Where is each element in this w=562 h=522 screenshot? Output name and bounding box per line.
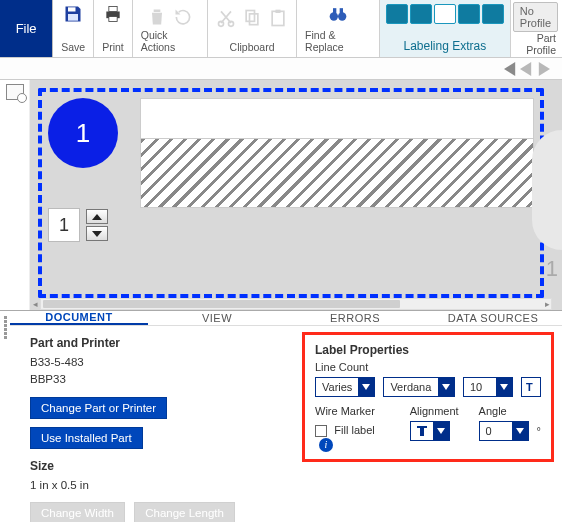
label-wrap-area bbox=[140, 138, 534, 208]
save-icon[interactable] bbox=[63, 4, 83, 24]
extras-btn-5[interactable] bbox=[482, 4, 504, 24]
paste-icon[interactable] bbox=[268, 8, 288, 28]
profile-group: No Profile Part Profile bbox=[511, 0, 562, 57]
label-properties-panel: Label Properties Line Count Varies Verda… bbox=[302, 332, 554, 462]
nav-prev2-icon[interactable] bbox=[520, 62, 534, 76]
scroll-right-icon[interactable]: ▸ bbox=[541, 299, 553, 309]
panel-drag-handle[interactable] bbox=[0, 311, 10, 520]
svg-point-12 bbox=[330, 12, 338, 20]
save-label: Save bbox=[61, 41, 85, 53]
stepper-value[interactable]: 1 bbox=[48, 208, 80, 242]
copy-icon[interactable] bbox=[242, 8, 262, 28]
next-label-number: 1 bbox=[546, 256, 558, 282]
text-icon: T bbox=[525, 381, 537, 393]
extras-btn-3[interactable] bbox=[434, 4, 456, 24]
svg-rect-10 bbox=[272, 11, 284, 25]
alignment-dropdown[interactable] bbox=[410, 421, 450, 441]
svg-rect-1 bbox=[68, 14, 78, 21]
clipboard-group: Clipboard bbox=[208, 0, 297, 57]
info-icon[interactable]: i bbox=[319, 438, 333, 452]
print-icon[interactable] bbox=[103, 4, 123, 24]
tab-document[interactable]: DOCUMENT bbox=[10, 311, 148, 325]
tab-data-sources[interactable]: DATA SOURCES bbox=[424, 311, 562, 325]
refresh-icon[interactable] bbox=[173, 7, 193, 27]
font-dropdown[interactable]: Verdana bbox=[383, 377, 455, 397]
label-count-stepper: 1 bbox=[48, 208, 108, 242]
scrollbar-thumb[interactable] bbox=[43, 300, 400, 308]
ruler-origin-icon[interactable] bbox=[6, 84, 24, 100]
align-top-icon bbox=[417, 426, 427, 436]
line-count-label: Line Count bbox=[315, 361, 541, 373]
label-index-badge: 1 bbox=[48, 98, 118, 168]
svg-rect-11 bbox=[276, 10, 281, 13]
extras-btn-2[interactable] bbox=[410, 4, 432, 24]
find-replace-group: Find & Replace bbox=[297, 0, 380, 57]
design-canvas: 1 1 1 ◂ ▸ bbox=[0, 80, 562, 310]
angle-value: 0 bbox=[480, 422, 512, 440]
vertical-ruler bbox=[0, 80, 30, 310]
tab-errors[interactable]: ERRORS bbox=[286, 311, 424, 325]
svg-text:T: T bbox=[526, 381, 533, 393]
use-installed-part-button[interactable]: Use Installed Part bbox=[30, 427, 143, 449]
line-count-dropdown[interactable]: Varies bbox=[315, 377, 375, 397]
trash-icon[interactable] bbox=[147, 7, 167, 27]
cut-icon[interactable] bbox=[216, 8, 236, 28]
alignment-label: Alignment bbox=[410, 405, 459, 417]
drag-dots-icon bbox=[3, 315, 8, 340]
change-part-button[interactable]: Change Part or Printer bbox=[30, 397, 167, 419]
stepper-up-button[interactable] bbox=[86, 209, 108, 224]
print-group: Print bbox=[94, 0, 133, 57]
label-print-area bbox=[140, 98, 534, 138]
binoculars-icon[interactable] bbox=[328, 4, 348, 24]
svg-rect-17 bbox=[417, 426, 427, 428]
clipboard-label: Clipboard bbox=[230, 41, 275, 53]
nav-prev-icon[interactable] bbox=[504, 62, 518, 76]
line-count-value: Varies bbox=[316, 378, 358, 396]
document-column: Part and Printer B33-5-483 BBP33 Change … bbox=[10, 326, 296, 522]
stepper-down-button[interactable] bbox=[86, 226, 108, 241]
svg-point-13 bbox=[338, 12, 346, 20]
labeling-extras-label: Labeling Extras bbox=[403, 39, 486, 53]
alignment-value bbox=[411, 422, 433, 440]
chevron-down-icon bbox=[496, 378, 512, 396]
chevron-down-icon bbox=[433, 422, 449, 440]
font-size-value: 10 bbox=[464, 378, 496, 396]
horizontal-scrollbar[interactable]: ◂ ▸ bbox=[40, 298, 552, 310]
tab-view[interactable]: VIEW bbox=[148, 311, 286, 325]
svg-rect-14 bbox=[333, 8, 336, 13]
quick-actions-group: Quick Actions bbox=[133, 0, 208, 57]
part-number-value: B33-5-483 bbox=[30, 354, 282, 371]
font-size-dropdown[interactable]: 10 bbox=[463, 377, 513, 397]
text-format-button[interactable]: T bbox=[521, 377, 541, 397]
size-value: 1 in x 0.5 in bbox=[30, 477, 282, 494]
svg-rect-15 bbox=[340, 8, 343, 13]
fill-label-text: Fill label bbox=[334, 424, 374, 436]
label-stage[interactable]: 1 1 1 bbox=[30, 80, 562, 310]
label-properties-heading: Label Properties bbox=[315, 343, 541, 357]
profile-selector[interactable]: No Profile bbox=[513, 2, 558, 32]
part-printer-heading: Part and Printer bbox=[30, 336, 282, 350]
svg-rect-18 bbox=[420, 428, 424, 436]
find-replace-label: Find & Replace bbox=[305, 29, 371, 53]
extras-btn-4[interactable] bbox=[458, 4, 480, 24]
label-object[interactable] bbox=[140, 98, 534, 208]
chevron-down-icon bbox=[358, 378, 374, 396]
chevron-down-icon bbox=[438, 378, 454, 396]
wire-marker-label: Wire Marker bbox=[315, 405, 390, 417]
angle-label: Angle bbox=[479, 405, 541, 417]
svg-point-7 bbox=[229, 21, 234, 26]
extras-btn-1[interactable] bbox=[386, 4, 408, 24]
chevron-down-icon bbox=[512, 422, 528, 440]
fill-label-checkbox[interactable] bbox=[315, 425, 327, 437]
file-menu-button[interactable]: File bbox=[0, 0, 53, 57]
labeling-extras-group: Labeling Extras bbox=[380, 0, 511, 57]
angle-dropdown[interactable]: 0 bbox=[479, 421, 529, 441]
svg-rect-0 bbox=[68, 7, 76, 11]
change-length-button: Change Length bbox=[134, 502, 235, 522]
nav-next-icon[interactable] bbox=[536, 62, 550, 76]
scroll-left-icon[interactable]: ◂ bbox=[29, 299, 41, 309]
next-label-preview bbox=[532, 130, 562, 250]
font-value: Verdana bbox=[384, 378, 438, 396]
save-group: Save bbox=[53, 0, 94, 57]
svg-rect-4 bbox=[109, 17, 117, 22]
